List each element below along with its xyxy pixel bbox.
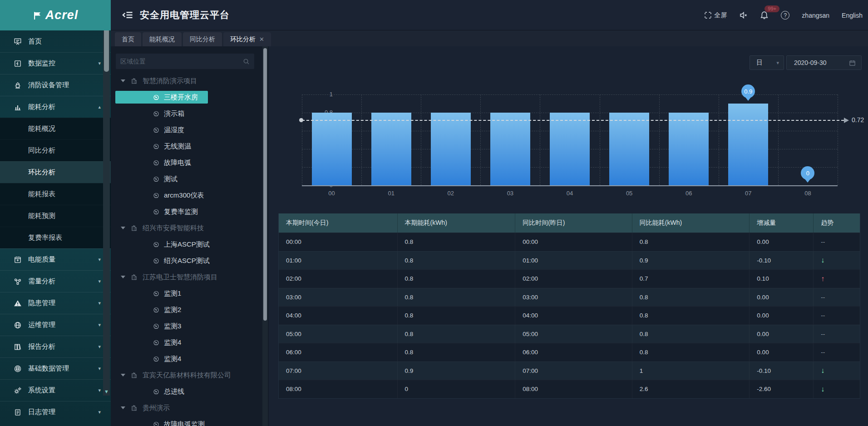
table-row[interactable]: 07:000.907:001-0.10↓ [279, 362, 860, 380]
table-cell: 0.7 [632, 269, 750, 288]
sidebar-item[interactable]: 运维管理 ▾ [0, 314, 111, 336]
sidebar-subitem[interactable]: 能耗预测 [0, 205, 111, 227]
sidebar-item-label: 首页 [28, 37, 42, 46]
tree-node[interactable]: 复费率监测 [111, 203, 262, 220]
tree-node[interactable]: 绍兴ASCP测试 [111, 253, 262, 269]
sidebar-subitem[interactable]: 能耗报表 [0, 183, 111, 205]
tree-node-label: 监测2 [164, 306, 181, 314]
sidebar-item[interactable]: 隐患管理 ▾ [0, 292, 111, 314]
sidebar-scrollbar[interactable]: ▲ ▼ [103, 0, 110, 396]
chevron-down-icon: ▾ [98, 344, 101, 350]
scroll-down-icon[interactable]: ▼ [103, 389, 110, 394]
tree-node[interactable]: 三楼开水房 [111, 89, 262, 105]
period-select[interactable]: 日 ▾ [750, 55, 784, 70]
tab-能耗概况[interactable]: 能耗概况 [143, 32, 182, 46]
sidebar-item[interactable]: 消防设备管理 [0, 74, 111, 96]
tree-node[interactable]: 监测4 [111, 351, 262, 367]
tree-scrollbar[interactable] [262, 46, 268, 426]
hazard-icon [14, 299, 22, 307]
table-row[interactable]: 00:000.800:000.80.00-- [279, 233, 860, 251]
sidebar-item[interactable]: 数据监控 ▾ [0, 52, 111, 74]
tree-node[interactable]: 上海ASCP测试 [111, 236, 262, 253]
tree-group[interactable]: 江苏电卫士智慧消防项目 [111, 269, 262, 285]
sidebar-item[interactable]: 系统设置 ▾ [0, 379, 111, 401]
sidebar-subitem[interactable]: 能耗概况 [0, 118, 111, 139]
user-menu[interactable]: zhangsan [802, 12, 829, 19]
table-row[interactable]: 03:000.803:000.80.00-- [279, 288, 860, 307]
tree-node[interactable]: 故障电弧监测 [111, 416, 262, 426]
bar-02[interactable] [431, 113, 471, 185]
table-row[interactable]: 05:000.805:000.80.00-- [279, 325, 860, 343]
bar-07[interactable] [728, 104, 768, 185]
tree-node[interactable]: 测试 [111, 171, 262, 187]
bar-06[interactable] [669, 113, 709, 185]
sidebar-item[interactable]: 电能质量 ▾ [0, 248, 111, 270]
meter-icon [153, 257, 160, 264]
report-icon [14, 343, 22, 351]
tree-search-input[interactable] [120, 58, 243, 65]
caret-down-icon[interactable] [121, 276, 125, 278]
y-axis-tick: 1 [306, 91, 333, 98]
table-row[interactable]: 02:000.802:000.70.10↑ [279, 269, 860, 288]
table-cell: ↓ [814, 251, 860, 270]
bar-05[interactable] [609, 113, 649, 185]
sidebar-subitem[interactable]: 环比分析 [0, 161, 111, 183]
sidebar-item[interactable]: 首页 [0, 30, 111, 52]
tree-node-label: 复费率监测 [164, 208, 198, 216]
caret-down-icon[interactable] [121, 79, 125, 82]
tree-group[interactable]: 宜宾天亿新材料科技有限公司 [111, 367, 262, 383]
chevron-down-icon: ▾ [98, 300, 101, 306]
tab-首页[interactable]: 首页 [115, 32, 141, 46]
language-switch[interactable]: English [842, 12, 863, 19]
tree-node[interactable]: 总进线 [111, 383, 262, 400]
tab-环比分析[interactable]: 环比分析✕ [223, 32, 271, 46]
notifications-button[interactable]: 99+ [760, 11, 769, 20]
sidebar-subitem[interactable]: 复费率报表 [0, 227, 111, 248]
column-header: 增减量 [750, 213, 814, 233]
building-icon [131, 274, 138, 281]
help-button[interactable]: ? [781, 11, 789, 20]
tree-search-box[interactable] [116, 54, 254, 69]
tree-node-label: 总进线 [164, 387, 184, 396]
tree-group[interactable]: 贵州演示 [111, 400, 262, 416]
tree-node[interactable]: 监测1 [111, 285, 262, 302]
bar-04[interactable] [550, 113, 590, 185]
sidebar-item[interactable]: 能耗分析 ▴ [0, 96, 111, 118]
tree-node[interactable]: 温湿度 [111, 122, 262, 138]
close-icon[interactable]: ✕ [259, 36, 264, 43]
sidebar-item[interactable]: 需量分析 ▾ [0, 270, 111, 292]
tree-node[interactable]: 监测3 [111, 318, 262, 334]
tree-scroll-thumb[interactable] [263, 48, 267, 321]
mute-button[interactable] [739, 11, 748, 20]
table-row[interactable]: 06:000.806:000.80.00-- [279, 343, 860, 362]
bar-00[interactable] [312, 113, 352, 185]
tree-group[interactable]: 智慧消防演示项目 [111, 73, 262, 89]
sidebar-item[interactable]: 报告分析 ▾ [0, 336, 111, 357]
caret-down-icon[interactable] [121, 406, 125, 409]
tree-node[interactable]: 无线测温 [111, 138, 262, 154]
tree-group[interactable]: 绍兴市安舜智能科技 [111, 220, 262, 236]
sidebar-item[interactable]: 日志管理 ▾ [0, 401, 111, 423]
sidebar-nav: 首页 数据监控 ▾ 消防设备管理 能耗分析 ▴能耗概况同比分析环比分析能耗报表能… [0, 30, 111, 426]
caret-down-icon[interactable] [121, 374, 125, 376]
tree-node[interactable]: 监测2 [111, 302, 262, 318]
tree-node[interactable]: 演示箱 [111, 105, 262, 122]
period-value: 日 [756, 59, 763, 67]
table-row[interactable]: 08:00008:002.6-2.60↓ [279, 380, 860, 398]
menu-fold-icon[interactable] [122, 9, 133, 21]
sidebar-subitem[interactable]: 同比分析 [0, 139, 111, 161]
tree-node[interactable]: 故障电弧 [111, 154, 262, 171]
caret-down-icon[interactable] [121, 227, 125, 229]
tab-同比分析[interactable]: 同比分析 [183, 32, 222, 46]
tree-node[interactable]: arcm300仪表 [111, 187, 262, 203]
bar-01[interactable] [371, 113, 411, 185]
bar-03[interactable] [490, 113, 530, 185]
fullscreen-button[interactable]: 全屏 [704, 11, 727, 20]
tree-node[interactable]: 监测4 [111, 334, 262, 351]
table-row[interactable]: 01:000.801:000.9-0.10↓ [279, 251, 860, 270]
date-picker[interactable]: 2020-09-30 [786, 55, 862, 70]
sidebar-item[interactable]: 基础数据管理 ▾ [0, 357, 111, 379]
table-row[interactable]: 04:000.804:000.80.00-- [279, 306, 860, 325]
gridline [302, 94, 302, 185]
gridline [719, 94, 719, 185]
